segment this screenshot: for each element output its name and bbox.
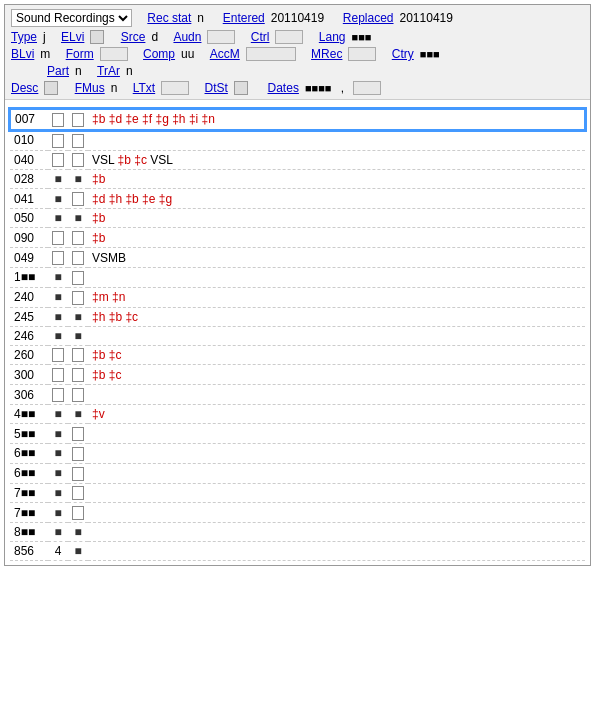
marc-tag: 010 (10, 130, 48, 150)
marc-tag: 246 (10, 326, 48, 345)
marc-data[interactable] (88, 130, 585, 150)
marc-data[interactable]: ‡b (88, 170, 585, 189)
marc-data[interactable]: ‡b (88, 209, 585, 228)
audn-label[interactable]: Audn (173, 30, 201, 44)
marc-ind2 (68, 150, 88, 170)
fmus-label[interactable]: FMus (75, 81, 105, 95)
table-row[interactable]: 090‡b (10, 228, 585, 248)
table-row[interactable]: 010 (10, 130, 585, 150)
marc-data[interactable]: ‡d ‡h ‡b ‡e ‡g (88, 189, 585, 209)
dates-value: ■■■■ (305, 82, 332, 94)
table-row[interactable]: 8■■■■ (10, 523, 585, 542)
replaced-value: 20110419 (400, 11, 453, 25)
marc-ind2 (68, 365, 88, 385)
header-row-4: Part n TrAr n (11, 64, 584, 78)
table-row[interactable]: 260‡b ‡c (10, 345, 585, 365)
marc-data[interactable] (88, 385, 585, 405)
marc-ind2 (68, 248, 88, 268)
table-row[interactable]: 240■‡m ‡n (10, 287, 585, 307)
form-label[interactable]: Form (66, 47, 94, 61)
marc-data[interactable]: ‡b (88, 228, 585, 248)
table-row[interactable]: 040VSL ‡b ‡c VSL (10, 150, 585, 170)
marc-data[interactable] (88, 483, 585, 503)
marc-tag: 5■■ (10, 424, 48, 444)
table-row[interactable]: 5■■■ (10, 424, 585, 444)
ctry-value: ■■■ (420, 48, 440, 60)
rec-stat-label[interactable]: Rec stat (147, 11, 191, 25)
table-row[interactable]: 245■■‡h ‡b ‡c (10, 307, 585, 326)
marc-tag: 090 (10, 228, 48, 248)
comp-label[interactable]: Comp (143, 47, 175, 61)
marc-ind1: ■ (48, 326, 68, 345)
marc-data[interactable]: ‡m ‡n (88, 287, 585, 307)
table-row[interactable]: 028■■‡b (10, 170, 585, 189)
marc-ind2 (68, 109, 88, 130)
table-row[interactable]: 007 ‡b ‡d ‡e ‡f ‡g ‡h ‡i ‡n (10, 109, 585, 130)
marc-ind2 (68, 424, 88, 444)
ltxt-label[interactable]: LTxt (133, 81, 155, 95)
marc-data[interactable] (88, 542, 585, 561)
marc-ind2 (68, 503, 88, 523)
accm-label[interactable]: AccM (210, 47, 240, 61)
replaced-label[interactable]: Replaced (343, 11, 394, 25)
elvi-label[interactable]: ELvi (61, 30, 84, 44)
table-row[interactable]: 4■■■■‡v (10, 405, 585, 424)
ctrl-label[interactable]: Ctrl (251, 30, 270, 44)
entered-label[interactable]: Entered (223, 11, 265, 25)
table-row[interactable]: 050■■‡b (10, 209, 585, 228)
trar-label[interactable]: TrAr (97, 64, 120, 78)
accm-value-box (246, 47, 296, 61)
mrec-label[interactable]: MRec (311, 47, 342, 61)
dtst-label[interactable]: DtSt (205, 81, 228, 95)
record-type-dropdown[interactable]: Sound Recordings (11, 9, 132, 27)
form-value-box (100, 47, 128, 61)
marc-data[interactable]: ‡b ‡c (88, 345, 585, 365)
marc-ind2 (68, 385, 88, 405)
marc-data[interactable] (88, 424, 585, 444)
marc-ind2 (68, 228, 88, 248)
marc-tag: 7■■ (10, 483, 48, 503)
table-row[interactable]: 7■■■ (10, 483, 585, 503)
table-row[interactable]: 041■‡d ‡h ‡b ‡e ‡g (10, 189, 585, 209)
table-row[interactable]: 246■■ (10, 326, 585, 345)
marc-data[interactable] (88, 326, 585, 345)
table-row[interactable]: 8564■ (10, 542, 585, 561)
ctry-label[interactable]: Ctry (392, 47, 414, 61)
table-row[interactable]: 7■■■ (10, 503, 585, 523)
marc-ind1 (48, 345, 68, 365)
marc-tag: 040 (10, 150, 48, 170)
marc-data[interactable]: ‡h ‡b ‡c (88, 307, 585, 326)
marc-data[interactable] (88, 503, 585, 523)
marc-ind2 (68, 483, 88, 503)
type-value: j (43, 30, 46, 44)
table-row[interactable]: 306 (10, 385, 585, 405)
dates-label[interactable]: Dates (268, 81, 299, 95)
marc-ind1: ■ (48, 189, 68, 209)
marc-data[interactable] (88, 267, 585, 287)
table-row[interactable]: 6■■■ (10, 443, 585, 463)
desc-label[interactable]: Desc (11, 81, 38, 95)
marc-data[interactable] (88, 463, 585, 483)
marc-data[interactable]: ‡b ‡d ‡e ‡f ‡g ‡h ‡i ‡n (88, 109, 585, 130)
table-row[interactable]: 300‡b ‡c (10, 365, 585, 385)
marc-data[interactable]: ‡v (88, 405, 585, 424)
blvi-label[interactable]: BLvi (11, 47, 34, 61)
marc-data[interactable]: ‡b ‡c (88, 365, 585, 385)
header-row-3: BLvi m Form Comp uu AccM MRec Ctry ■■■ (11, 47, 584, 61)
marc-ind1 (48, 248, 68, 268)
marc-data[interactable] (88, 443, 585, 463)
marc-data[interactable] (88, 523, 585, 542)
type-label[interactable]: Type (11, 30, 37, 44)
marc-ind1 (48, 150, 68, 170)
part-label[interactable]: Part (47, 64, 69, 78)
marc-ind2: ■ (68, 307, 88, 326)
table-row[interactable]: 049VSMB (10, 248, 585, 268)
marc-ind1: ■ (48, 170, 68, 189)
lang-label[interactable]: Lang (319, 30, 346, 44)
table-row[interactable]: 1■■■ (10, 267, 585, 287)
srce-label[interactable]: Srce (121, 30, 146, 44)
marc-ind1: ■ (48, 267, 68, 287)
marc-data[interactable]: VSMB (88, 248, 585, 268)
table-row[interactable]: 6■■■ (10, 463, 585, 483)
marc-data[interactable]: VSL ‡b ‡c VSL (88, 150, 585, 170)
